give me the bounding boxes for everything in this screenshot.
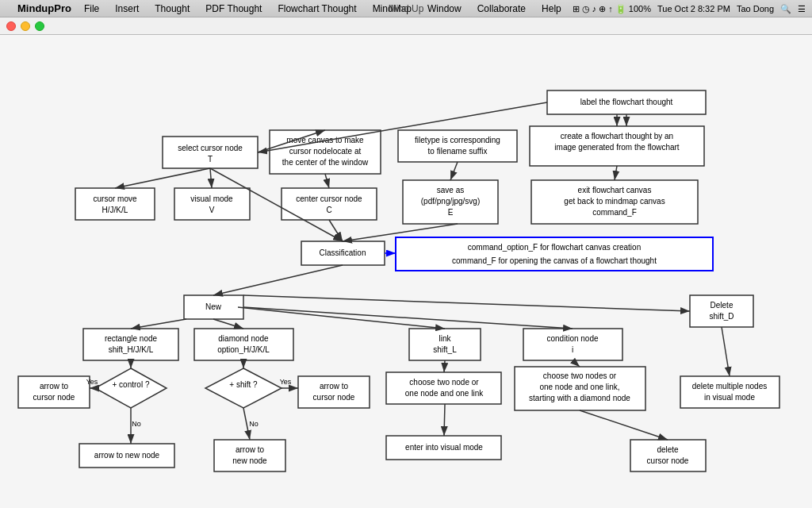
- node-condition-1: condition node: [546, 334, 598, 343]
- label-no-1: No: [132, 420, 141, 428]
- menu-controls-icon[interactable]: ☰: [798, 4, 806, 14]
- node-link-2: shift_L: [433, 345, 457, 354]
- svg-line-38: [615, 166, 617, 180]
- node-del-cursor-1: delete: [657, 445, 679, 454]
- node-control-1: + control ?: [113, 380, 150, 389]
- node-choose-2: one node and one link: [405, 389, 484, 398]
- node-filetype-2: to filename suffix: [428, 147, 488, 156]
- menu-time: Tue Oct 2 8:32 PM: [657, 4, 730, 13]
- node-arrow-cursor-r-2: cursor node: [313, 393, 355, 402]
- node-command-1: command_option_F for flowchart canvas cr…: [468, 243, 641, 252]
- node-choose-d-3: starting with a diamond node: [529, 394, 630, 402]
- menu-file[interactable]: File: [81, 3, 102, 14]
- node-delete-2: shift_D: [709, 312, 733, 321]
- node-exit-1: exit flowchart canvas: [578, 186, 652, 194]
- node-choose-d-1: choose two nodes or: [543, 371, 617, 380]
- svg-rect-8: [174, 188, 250, 220]
- svg-line-46: [722, 327, 730, 376]
- svg-line-40: [213, 265, 343, 295]
- svg-line-42: [131, 319, 186, 329]
- flowchart-svg: label the flowchart thought select curso…: [0, 35, 812, 508]
- node-cursor-move-1: cursor move: [93, 194, 136, 203]
- node-rect-2: shift_H/J/K/L: [109, 345, 154, 354]
- node-command-2: command_F for opening the canvas of a fl…: [452, 256, 657, 265]
- node-classification: Classification: [320, 248, 366, 257]
- svg-line-43: [213, 319, 243, 329]
- node-choose-d-2: one node and one link,: [539, 383, 619, 391]
- minimize-button[interactable]: [21, 21, 30, 31]
- node-create-1: create a flowchart thought by an: [561, 132, 673, 140]
- node-diamond-1: diamond node: [218, 334, 269, 343]
- node-label-flowchart: label the flowchart thought: [580, 98, 673, 106]
- node-shift-1: + shift ?: [229, 380, 258, 389]
- svg-line-53: [444, 360, 445, 372]
- menu-flowchart-thought[interactable]: Flowchart Thought: [274, 3, 359, 14]
- node-new: New: [205, 302, 222, 311]
- node-save-1: save as: [437, 186, 464, 194]
- node-visual-mode-2: V: [209, 206, 215, 214]
- app-name[interactable]: MindupPro: [17, 2, 71, 14]
- svg-line-36: [325, 174, 329, 188]
- label-yes-1: Yes: [86, 378, 98, 386]
- node-arrow-cursor-r-1: arrow to: [320, 382, 349, 391]
- menu-icons: ⊞ ◷ ♪ ⊕ ↑ 🔋 100%: [573, 4, 651, 14]
- svg-line-57: [243, 295, 690, 311]
- svg-line-35: [210, 168, 212, 188]
- menu-pdf-thought[interactable]: PDF Thought: [202, 3, 265, 14]
- node-arrow-new-r-1: arrow to: [236, 445, 265, 454]
- node-select-cursor: select cursor node: [178, 144, 243, 152]
- node-move-canvas-2: cursor nodelocate at: [289, 147, 362, 156]
- node-delete-1: Delete: [710, 301, 733, 310]
- menu-user: Tao Dong: [737, 4, 774, 13]
- window-chrome: [0, 17, 812, 35]
- label-yes-2: Yes: [280, 378, 292, 386]
- menubar-right: ⊞ ◷ ♪ ⊕ ↑ 🔋 100% Tue Oct 2 8:32 PM Tao D…: [573, 0, 806, 17]
- canvas-area[interactable]: label the flowchart thought select curso…: [0, 35, 812, 508]
- node-arrow-new-r-2: new node: [232, 456, 267, 465]
- node-arrow-new-1: arrow to new node: [94, 451, 160, 460]
- node-exit-3: command_F: [592, 208, 637, 217]
- svg-line-55: [573, 360, 580, 367]
- traffic-lights: [6, 21, 44, 31]
- svg-line-45: [243, 307, 573, 329]
- menu-insert[interactable]: Insert: [112, 3, 142, 14]
- svg-line-56: [580, 410, 668, 440]
- svg-rect-7: [75, 188, 155, 220]
- node-save-3: E: [448, 208, 454, 217]
- node-create-2: image generated from the flowchart: [554, 143, 680, 152]
- node-choose-1: choose two node or: [409, 378, 479, 387]
- node-move-canvas-1: move canvas to make: [286, 136, 364, 144]
- node-visual-mode-1: visual mode: [190, 194, 233, 203]
- svg-line-54: [444, 404, 445, 436]
- menu-bar: MindupPro File Insert Thought PDF Though…: [0, 0, 812, 17]
- node-filetype-1: filetype is corresponding: [415, 136, 500, 144]
- node-arrow-cursor-1: arrow to: [40, 382, 69, 391]
- menu-window[interactable]: Window: [424, 3, 465, 14]
- node-rect-1: rectangle node: [105, 334, 158, 343]
- menu-thought[interactable]: Thought: [151, 3, 193, 14]
- maximize-button[interactable]: [35, 21, 44, 31]
- window-title: Mind Up: [389, 3, 424, 14]
- node-del-multi-1: delete multiple nodes: [692, 382, 768, 391]
- close-button[interactable]: [6, 21, 16, 31]
- node-center-cursor-1: center cursor node: [296, 194, 362, 203]
- menu-help[interactable]: Help: [538, 3, 565, 14]
- node-condition-2: i: [572, 345, 573, 354]
- svg-rect-3: [163, 137, 258, 168]
- node-save-2: (pdf/png/jpg/svg): [421, 197, 481, 206]
- node-exit-2: get back to mindmap canvas: [564, 197, 665, 206]
- node-del-cursor-2: cursor node: [647, 456, 689, 465]
- node-center-cursor-2: C: [326, 206, 331, 214]
- node-del-multi-2: in visual mode: [704, 393, 755, 402]
- label-no-2: No: [249, 420, 259, 428]
- svg-line-37: [450, 162, 458, 180]
- node-arrow-cursor-2: cursor node: [33, 393, 75, 402]
- menu-collaborate[interactable]: Collaborate: [474, 3, 529, 14]
- node-cursor-move-2: H/J/K/L: [102, 206, 128, 214]
- node-move-canvas-3: the center of the window: [282, 158, 369, 167]
- menu-search-icon[interactable]: 🔍: [780, 4, 791, 14]
- node-enter-visual: enter into visual mode: [405, 443, 483, 452]
- svg-line-34: [115, 168, 210, 188]
- node-link-1: link: [439, 334, 451, 343]
- node-diamond-2: option_H/J/K/L: [217, 345, 270, 354]
